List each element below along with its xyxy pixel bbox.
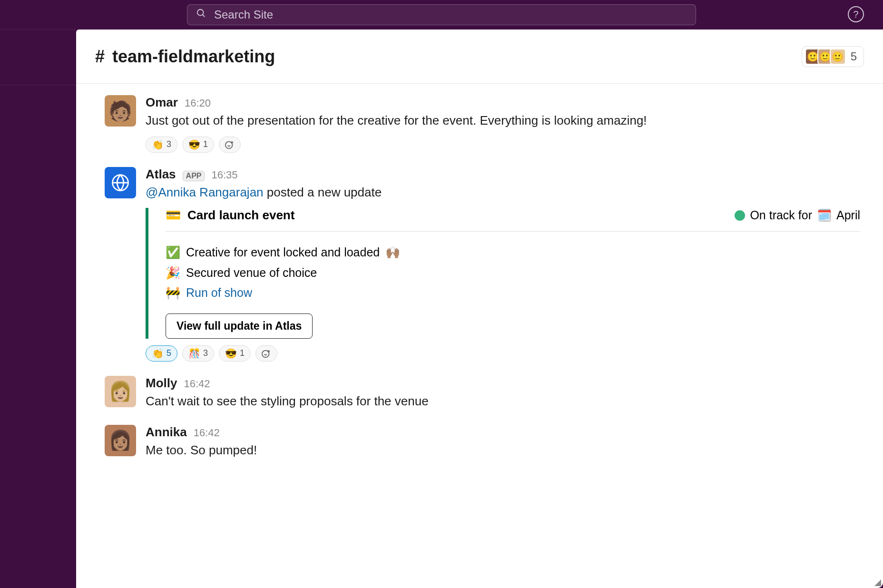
members-button[interactable]: 🙂 🙂 🙂 5 xyxy=(802,46,864,67)
svg-point-0 xyxy=(197,10,204,16)
bullet-text: Secured venue of choice xyxy=(186,263,317,283)
message-list: 🧑🏽 Omar 16:20 Just got out of the presen… xyxy=(76,84,883,478)
add-reaction-button[interactable] xyxy=(219,137,241,153)
app-badge: APP xyxy=(183,171,205,181)
message: Atlas APP 16:35 @Annika Rangarajan poste… xyxy=(105,167,860,362)
reactions: 👏 5 🎊 3 😎 1 xyxy=(146,345,860,362)
message: 👩🏼 Molly 16:42 Can't wait to see the sty… xyxy=(105,376,860,411)
status-dot-icon xyxy=(735,210,745,221)
sunglasses-emoji: 😎 xyxy=(188,139,200,150)
help-icon: ? xyxy=(853,9,858,20)
clap-emoji: 👏 xyxy=(152,139,164,150)
reaction-sunglasses[interactable]: 😎 1 xyxy=(219,345,251,362)
topbar: Search Site ? xyxy=(0,0,883,29)
view-update-button[interactable]: View full update in Atlas xyxy=(166,314,313,339)
user-mention[interactable]: @Annika Rangarajan xyxy=(146,185,264,199)
sidebar-rail-item[interactable] xyxy=(0,29,76,85)
message-time: 16:42 xyxy=(184,378,210,390)
message-time: 16:42 xyxy=(194,427,220,439)
add-reaction-icon xyxy=(225,139,235,150)
sunglasses-emoji: 😎 xyxy=(225,348,237,359)
channel-header: # team-fieldmarketing 🙂 🙂 🙂 5 xyxy=(76,29,883,84)
message-time: 16:35 xyxy=(211,169,237,181)
message-author[interactable]: Annika xyxy=(146,425,187,440)
confetti-emoji: 🎊 xyxy=(188,348,200,359)
status-date: April xyxy=(836,208,860,222)
svg-line-1 xyxy=(203,15,205,17)
construction-emoji: 🚧 xyxy=(166,283,180,303)
reaction-count: 3 xyxy=(167,139,171,149)
sidebar xyxy=(0,29,76,588)
message: 🧑🏽 Omar 16:20 Just got out of the presen… xyxy=(105,95,860,153)
bullet-link[interactable]: Run of show xyxy=(186,283,252,303)
avatar[interactable]: 👩🏼 xyxy=(105,376,136,407)
reaction-count: 1 xyxy=(240,348,245,358)
reaction-sunglasses[interactable]: 😎 1 xyxy=(182,137,214,153)
card-title-text: Card launch event xyxy=(187,208,294,223)
clap-emoji: 👏 xyxy=(152,348,164,359)
reaction-clap[interactable]: 👏 3 xyxy=(146,137,177,153)
message-text: Me too. So pumped! xyxy=(146,441,860,460)
main-pane: # team-fieldmarketing 🙂 🙂 🙂 5 🧑🏽 Omar 16… xyxy=(76,29,883,588)
message-text: Just got out of the presentation for the… xyxy=(146,112,860,130)
reaction-count: 3 xyxy=(203,348,208,358)
atlas-icon xyxy=(110,172,131,193)
raised-hands-emoji: 🙌🏽 xyxy=(385,242,400,263)
message-text: @Annika Rangarajan posted a new update xyxy=(146,184,860,202)
message-author[interactable]: Molly xyxy=(146,376,177,391)
message-author[interactable]: Atlas xyxy=(146,167,176,182)
bullet-text: Creative for event locked and loaded xyxy=(186,242,380,263)
channel-hash: # xyxy=(95,47,105,66)
member-avatars: 🙂 🙂 🙂 xyxy=(805,49,846,65)
message-time: 16:20 xyxy=(185,97,211,109)
bullet-item: ✅ Creative for event locked and loaded 🙌… xyxy=(166,242,860,263)
message-author[interactable]: Omar xyxy=(146,95,178,110)
message-text: Can't wait to see the styling proposals … xyxy=(146,392,860,411)
party-emoji: 🎉 xyxy=(166,263,180,283)
reaction-count: 1 xyxy=(203,139,208,149)
card-title[interactable]: 💳 Card launch event xyxy=(166,208,294,223)
app-avatar[interactable] xyxy=(105,167,136,198)
message-suffix: posted a new update xyxy=(264,185,382,199)
bullet-item: 🎉 Secured venue of choice xyxy=(166,263,860,283)
resize-handle-icon[interactable] xyxy=(874,579,881,586)
bullet-item: 🚧 Run of show xyxy=(166,283,860,303)
sidebar-rail-item[interactable] xyxy=(0,85,76,140)
channel-title[interactable]: # team-fieldmarketing xyxy=(95,47,275,67)
reaction-clap[interactable]: 👏 5 xyxy=(146,345,177,362)
add-reaction-icon xyxy=(261,348,272,359)
calendar-icon: 🗓️ xyxy=(817,208,832,222)
card-status: On track for 🗓️ April xyxy=(735,208,860,222)
avatar: 🙂 xyxy=(830,49,846,65)
add-reaction-button[interactable] xyxy=(255,345,277,362)
reactions: 👏 3 😎 1 xyxy=(146,137,860,153)
card-icon: 💳 xyxy=(166,208,181,223)
search-placeholder: Search Site xyxy=(214,8,273,21)
member-count: 5 xyxy=(851,50,857,63)
reaction-confetti[interactable]: 🎊 3 xyxy=(182,345,214,362)
status-text: On track for xyxy=(750,208,812,222)
reaction-count: 5 xyxy=(167,348,171,358)
check-emoji: ✅ xyxy=(166,242,180,263)
update-card: 💳 Card launch event On track for 🗓️ Apri… xyxy=(146,208,860,339)
message: 👩🏽 Annika 16:42 Me too. So pumped! xyxy=(105,425,860,460)
avatar[interactable]: 🧑🏽 xyxy=(105,95,136,127)
search-icon xyxy=(196,8,206,21)
avatar[interactable]: 👩🏽 xyxy=(105,425,136,456)
search-input[interactable]: Search Site xyxy=(187,4,696,25)
help-button[interactable]: ? xyxy=(848,6,864,22)
